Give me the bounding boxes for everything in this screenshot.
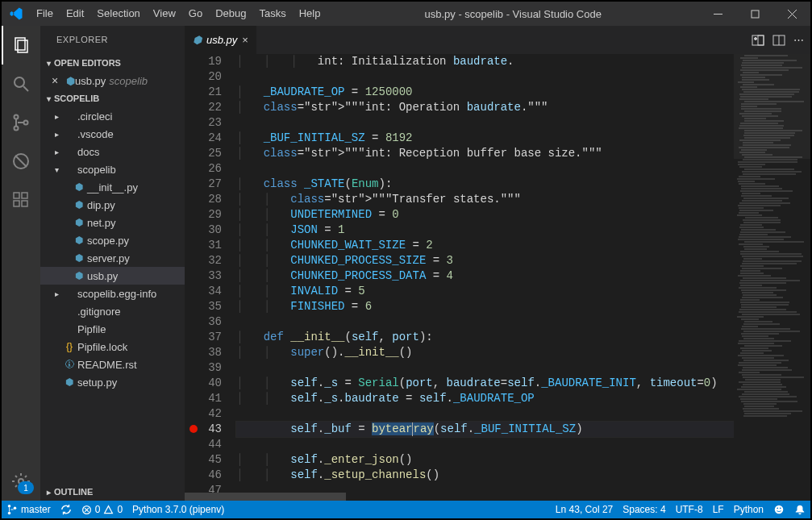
sidebar: EXPLORER ▾OPEN EDITORS × ⬢ usb.py scopel… — [40, 26, 185, 501]
status-sync[interactable] — [56, 501, 77, 518]
python-icon: ⬢ — [66, 75, 75, 87]
split-preview-icon[interactable] — [752, 34, 764, 47]
titlebar: FileEditSelectionViewGoDebugTasksHelp us… — [2, 2, 810, 26]
close-editor-icon[interactable]: × — [52, 74, 66, 87]
project-header[interactable]: ▾SCOPELIB — [40, 89, 185, 107]
python-icon: ⬢ — [193, 34, 202, 46]
tree-item-README-rst[interactable]: 🛈README.rst — [40, 356, 185, 373]
svg-point-29 — [775, 505, 784, 514]
svg-rect-19 — [758, 35, 764, 45]
tree-item-usb-py[interactable]: ⬢usb.py — [40, 267, 185, 285]
scm-activity-icon[interactable] — [2, 103, 40, 142]
svg-point-31 — [780, 507, 781, 509]
tree-item-scopelib-egg-info[interactable]: ▸scopelib.egg-info — [40, 285, 185, 302]
file-tree: ▸.circleci▸.vscode▸docs▾scopelib⬢__init_… — [40, 107, 185, 391]
svg-rect-15 — [22, 201, 27, 206]
svg-rect-1 — [752, 10, 759, 18]
tree-item--vscode[interactable]: ▸.vscode — [40, 125, 185, 143]
status-bell-icon[interactable] — [789, 501, 810, 518]
more-actions-icon[interactable]: ⋯ — [793, 34, 804, 46]
split-editor-icon[interactable] — [772, 34, 785, 47]
close-button[interactable] — [773, 2, 810, 26]
svg-rect-13 — [14, 193, 19, 198]
tree-item-Pipfile[interactable]: Pipfile — [40, 320, 185, 338]
svg-rect-16 — [22, 193, 27, 198]
svg-point-10 — [24, 121, 28, 125]
menu-selection[interactable]: Selection — [90, 2, 146, 26]
status-problems[interactable]: 0 0 — [77, 501, 127, 518]
svg-point-30 — [777, 507, 778, 509]
minimap[interactable] — [734, 54, 810, 493]
horizontal-scrollbar[interactable] — [185, 493, 810, 501]
svg-point-6 — [15, 77, 24, 87]
svg-line-12 — [15, 156, 27, 167]
menu-bar: FileEditSelectionViewGoDebugTasksHelp — [30, 2, 327, 26]
tree-item-server-py[interactable]: ⬢server.py — [40, 249, 185, 267]
menu-help[interactable]: Help — [293, 2, 327, 26]
tree-item--gitignore[interactable]: .gitignore — [40, 302, 185, 320]
tree-item-setup-py[interactable]: ⬢setup.py — [40, 373, 185, 391]
tree-item-scope-py[interactable]: ⬢scope.py — [40, 231, 185, 249]
tree-item-scopelib[interactable]: ▾scopelib — [40, 160, 185, 178]
status-branch[interactable]: master — [2, 501, 56, 518]
menu-edit[interactable]: Edit — [60, 2, 90, 26]
svg-point-20 — [755, 37, 757, 40]
maximize-button[interactable] — [736, 2, 773, 26]
status-feedback-icon[interactable] — [768, 501, 789, 518]
editor-area: ⬢ usb.py × ⋯ 192021222324252627282930313… — [185, 26, 810, 501]
tabs-bar: ⬢ usb.py × ⋯ — [185, 26, 810, 54]
code-editor[interactable]: │ │ │ int: Initialization baudrate.│ _BA… — [236, 54, 734, 493]
menu-file[interactable]: File — [30, 2, 60, 26]
svg-point-25 — [14, 507, 17, 510]
open-editor-item[interactable]: × ⬢ usb.py scopelib — [40, 72, 185, 89]
tree-item--circleci[interactable]: ▸.circleci — [40, 107, 185, 125]
status-python[interactable]: Python 3.7.0 (pipenv) — [127, 501, 229, 518]
status-spaces[interactable]: Spaces: 4 — [618, 501, 670, 518]
debug-activity-icon[interactable] — [2, 142, 40, 181]
settings-activity-icon[interactable] — [2, 462, 40, 501]
status-language[interactable]: Python — [729, 501, 768, 518]
vscode-logo — [2, 6, 30, 21]
menu-go[interactable]: Go — [182, 2, 209, 26]
menu-tasks[interactable]: Tasks — [252, 2, 292, 26]
breakpoint-icon[interactable] — [189, 425, 198, 433]
tab-usb-py[interactable]: ⬢ usb.py × — [185, 26, 257, 54]
window-title: usb.py - scopelib - Visual Studio Code — [327, 8, 699, 20]
svg-point-24 — [8, 512, 11, 515]
minimize-button[interactable] — [699, 2, 736, 26]
status-eol[interactable]: LF — [708, 501, 729, 518]
menu-debug[interactable]: Debug — [209, 2, 252, 26]
svg-point-8 — [15, 115, 19, 119]
svg-rect-14 — [14, 201, 19, 206]
svg-point-9 — [15, 127, 19, 131]
svg-point-23 — [8, 505, 11, 508]
outline-header[interactable]: ▸OUTLINE — [40, 483, 185, 501]
extensions-activity-icon[interactable] — [2, 181, 40, 219]
tree-item-Pipfile-lock[interactable]: {}Pipfile.lock — [40, 338, 185, 356]
gutter[interactable]: 1920212223242526272829303132333435363738… — [185, 54, 236, 493]
menu-view[interactable]: View — [147, 2, 182, 26]
svg-line-7 — [23, 86, 28, 91]
search-activity-icon[interactable] — [2, 64, 40, 103]
tree-item-dip-py[interactable]: ⬢dip.py — [40, 196, 185, 214]
close-tab-icon[interactable]: × — [242, 34, 248, 46]
status-position[interactable]: Ln 43, Col 27 — [551, 501, 618, 518]
tree-item-__init__-py[interactable]: ⬢__init__.py — [40, 178, 185, 196]
open-editors-header[interactable]: ▾OPEN EDITORS — [40, 54, 185, 72]
tree-item-net-py[interactable]: ⬢net.py — [40, 214, 185, 231]
explorer-activity-icon[interactable] — [2, 26, 40, 64]
tree-item-docs[interactable]: ▸docs — [40, 143, 185, 160]
sidebar-title: EXPLORER — [40, 26, 185, 54]
activity-bar — [2, 26, 40, 501]
status-encoding[interactable]: UTF-8 — [671, 501, 708, 518]
status-bar: master 0 0 Python 3.7.0 (pipenv) Ln 43, … — [2, 501, 810, 518]
svg-point-17 — [19, 479, 23, 484]
